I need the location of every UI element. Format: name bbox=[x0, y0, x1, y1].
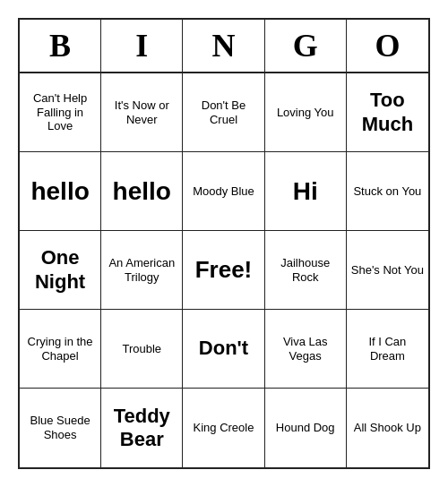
bingo-header-letter: N bbox=[183, 20, 264, 72]
bingo-cell: Don't bbox=[183, 310, 264, 389]
bingo-cell: Can't Help Falling in Love bbox=[20, 73, 101, 152]
bingo-cell: She's Not You bbox=[347, 231, 428, 310]
bingo-cell: King Creole bbox=[183, 389, 264, 467]
bingo-cell: Blue Suede Shoes bbox=[20, 389, 101, 467]
bingo-cell: hello bbox=[20, 152, 101, 231]
bingo-header-letter: O bbox=[347, 20, 428, 72]
bingo-cell: All Shook Up bbox=[347, 389, 428, 467]
bingo-cell: It's Now or Never bbox=[101, 73, 183, 152]
bingo-cell: One Night bbox=[20, 231, 101, 310]
bingo-cell: Viva Las Vegas bbox=[265, 310, 347, 389]
bingo-cell: If I Can Dream bbox=[347, 310, 428, 389]
bingo-cell: Stuck on You bbox=[347, 152, 428, 231]
bingo-cell: Moody Blue bbox=[183, 152, 264, 231]
bingo-cell: Crying in the Chapel bbox=[20, 310, 101, 389]
bingo-cell: Don't Be Cruel bbox=[183, 73, 264, 152]
bingo-cell: Too Much bbox=[347, 73, 428, 152]
bingo-header: BINGO bbox=[20, 20, 428, 73]
bingo-cell: Jailhouse Rock bbox=[265, 231, 347, 310]
bingo-cell: Loving You bbox=[265, 73, 347, 152]
bingo-cell: Trouble bbox=[101, 310, 183, 389]
bingo-card: BINGO Can't Help Falling in LoveIt's Now… bbox=[18, 18, 430, 469]
bingo-header-letter: G bbox=[265, 20, 347, 72]
bingo-header-letter: B bbox=[20, 20, 101, 72]
bingo-cell: Hound Dog bbox=[265, 389, 347, 467]
bingo-grid: Can't Help Falling in LoveIt's Now or Ne… bbox=[20, 73, 428, 467]
bingo-cell: An American Trilogy bbox=[101, 231, 183, 310]
bingo-cell: Teddy Bear bbox=[101, 389, 183, 467]
bingo-header-letter: I bbox=[101, 20, 183, 72]
bingo-cell: Hi bbox=[265, 152, 347, 231]
bingo-cell: Free! bbox=[183, 231, 264, 310]
bingo-cell: hello bbox=[101, 152, 183, 231]
